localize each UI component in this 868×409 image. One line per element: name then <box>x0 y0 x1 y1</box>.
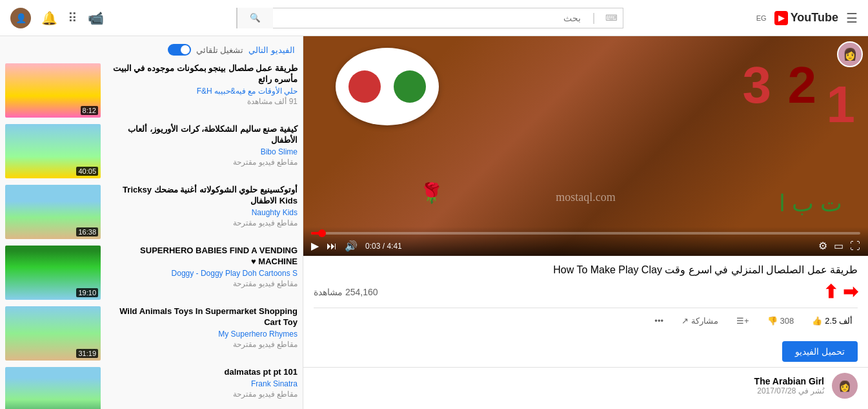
controls-left: ▶ ⏭ 🔊 0:03 / 4:41 <box>311 240 402 252</box>
thumb-wrap: 8:12 <box>5 63 101 118</box>
channel-info: 👩 The Arabian Girl نُشر في 2017/07/28 <box>303 367 868 404</box>
like-count: 2.5 ألف <box>825 316 853 326</box>
item-meta: مقاطع فيديو مقترحة <box>106 279 298 288</box>
duration-badge: 40:05 <box>76 167 98 176</box>
total-time: 4:41 <box>387 242 401 251</box>
video-upload-icon[interactable]: 📹 <box>88 10 104 26</box>
settings-button[interactable]: ⚙ <box>818 240 827 252</box>
sidebar-item[interactable]: 8:12 طريقة عمل صلصال بينجو بمكونات موجود… <box>0 61 303 120</box>
video-controls: ▶ ⏭ 🔊 0:03 / 4:41 ⚙ ▭ ⛶ <box>303 227 868 256</box>
theater-button[interactable]: ▭ <box>834 240 843 252</box>
item-info: SUPERHERO BABIES FIND A VENDING MACHINE … <box>106 246 298 288</box>
item-meta: مقاطع فيديو مقترحة <box>106 340 298 349</box>
autoplay-toggle[interactable] <box>168 44 191 56</box>
search-container: 🔍 | ⌨ <box>236 8 623 28</box>
current-time: 0:03 <box>365 242 380 251</box>
volume-button[interactable]: 🔊 <box>345 240 358 252</box>
item-info: dalmatas pt pt 101 Frank Sinatra مقاطع ف… <box>106 367 298 399</box>
fullscreen-button[interactable]: ⛶ <box>850 240 860 252</box>
notification-icon[interactable]: 🔔 <box>41 10 57 26</box>
item-channel[interactable]: Naughty Kids <box>106 208 298 217</box>
controls-row: ▶ ⏭ 🔊 0:03 / 4:41 ⚙ ▭ ⛶ <box>311 240 860 252</box>
country-badge: EG <box>756 14 767 22</box>
item-channel[interactable]: حلي الأوقات مع فيه&حبيبه F&H <box>106 87 298 96</box>
time-display: 0:03 / 4:41 <box>365 242 402 251</box>
skip-button[interactable]: ⏭ <box>327 240 337 252</box>
controls-right: ⚙ ▭ ⛶ <box>818 240 860 252</box>
item-channel[interactable]: My Superhero Rhymes <box>106 330 298 339</box>
video-player[interactable]: 3 2 1 ت ب ا 🌹 👩 mostaql.com <box>303 36 868 256</box>
duration-badge: 16:38 <box>76 227 98 236</box>
thumbnail: 1:16:30 <box>5 367 101 409</box>
item-title: Wild Animals Toys In Supermarket Shoppin… <box>106 306 298 328</box>
search-button[interactable]: 🔍 <box>237 8 273 28</box>
video-stats-row: ➡ ➡ 254,160 مشاهدة <box>314 281 858 302</box>
right-arrow-icon: ➡ <box>843 281 858 302</box>
like-button[interactable]: 👍 2.5 ألف <box>807 313 858 328</box>
action-bar: ••• ↗ مشاركة ☰+ 👎 308 👍 2.5 ألف <box>314 308 858 328</box>
autoplay-bar: تشغيل تلقائي الفيديو التالي <box>0 41 303 61</box>
yt-icon: ▶ <box>774 11 788 25</box>
item-meta: مقاطع فيديو مقترحة <box>106 158 298 167</box>
item-channel[interactable]: Frank Sinatra <box>106 379 298 388</box>
thumb-wrap: 1:16:30 <box>5 367 101 409</box>
youtube-logo: ▶ YouTube <box>774 11 838 25</box>
channel-avatar[interactable]: 👩 <box>832 373 858 399</box>
duration-badge: 31:19 <box>76 349 98 358</box>
number-3: 3 <box>743 56 772 115</box>
search-input[interactable] <box>273 13 587 23</box>
like-icon: 👍 <box>812 316 822 326</box>
progress-dot <box>318 229 326 237</box>
share-icon: ↗ <box>681 316 689 326</box>
header-left: 👤 🔔 ⠿ 📹 <box>10 8 104 28</box>
next-video-label[interactable]: الفيديو التالي <box>248 45 295 55</box>
play-button[interactable]: ▶ <box>311 240 319 252</box>
arabic-text: ت ب ا <box>779 190 842 217</box>
video-title: طريقة عمل الصلصال المنزلي في اسرع وقت Ho… <box>314 264 858 276</box>
below-video: طريقة عمل الصلصال المنزلي في اسرع وقت Ho… <box>303 256 868 336</box>
sidebar-item[interactable]: 1:16:30 dalmatas pt pt 101 Frank Sinatra… <box>0 364 303 409</box>
download-button[interactable]: تحميل الفيديو <box>782 341 858 362</box>
thumbnail: 31:19 <box>5 306 101 361</box>
item-meta: مقاطع فيديو مقترحة <box>106 218 298 227</box>
item-meta: 91 ألف مشاهدة <box>106 97 298 106</box>
item-info: Wild Animals Toys In Supermarket Shoppin… <box>106 306 298 349</box>
dislike-count: 308 <box>780 316 794 326</box>
progress-bar[interactable] <box>311 232 860 235</box>
channel-details: The Arabian Girl نُشر في 2017/07/28 <box>754 376 824 395</box>
thumbnail: 8:12 <box>5 63 101 118</box>
sidebar-item[interactable]: 40:05 كيفية صنع ساليم الشكلاطة، كرات الأ… <box>0 121 303 181</box>
duration-badge: 8:12 <box>81 106 98 115</box>
autoplay-label: تشغيل تلقائي <box>196 45 244 55</box>
channel-name[interactable]: The Arabian Girl <box>754 376 824 386</box>
item-title: أوتوكسينيع حلوي الشوكولاته أغنية مضحك Tr… <box>106 185 298 207</box>
add-to-playlist-button[interactable]: ☰+ <box>731 313 754 328</box>
item-info: أوتوكسينيع حلوي الشوكولاته أغنية مضحك Tr… <box>106 185 298 227</box>
thumbnail: 16:38 <box>5 185 101 239</box>
views-number: 254,160 <box>345 287 378 297</box>
more-button[interactable]: ••• <box>649 313 669 328</box>
item-title: SUPERHERO BABIES FIND A VENDING MACHINE … <box>106 246 298 267</box>
sidebar-item[interactable]: 16:38 أوتوكسينيع حلوي الشوكولاته أغنية م… <box>0 182 303 242</box>
item-meta: مقاطع فيديو مقترحة <box>106 390 298 399</box>
grid-icon[interactable]: ⠿ <box>68 10 77 26</box>
publish-prefix: نُشر في <box>798 386 824 395</box>
dislike-button[interactable]: 👎 308 <box>762 313 800 328</box>
sidebar-item[interactable]: 19:10 SUPERHERO BABIES FIND A VENDING MA… <box>0 243 303 302</box>
playlist-icon: ☰+ <box>736 316 749 326</box>
main-content: 3 2 1 ت ب ا 🌹 👩 mostaql.com <box>303 36 868 409</box>
item-channel[interactable]: Bibo Slime <box>106 147 298 156</box>
dislike-icon: 👎 <box>767 316 778 326</box>
number-2: 2 <box>788 56 817 115</box>
yt-text: YouTube <box>791 11 838 25</box>
avatar[interactable]: 👤 <box>10 8 31 28</box>
sidebar-item[interactable]: 31:19 Wild Animals Toys In Supermarket S… <box>0 304 303 363</box>
item-channel[interactable]: Doggy - Doggy Play Doh Cartoons S <box>106 269 298 278</box>
menu-icon[interactable]: ☰ <box>846 10 858 26</box>
share-button[interactable]: ↗ مشاركة <box>676 313 723 328</box>
sidebar: تشغيل تلقائي الفيديو التالي 8:12 طريقة ع… <box>0 36 303 409</box>
item-info: طريقة عمل صلصال بينجو بمكونات موجوده في … <box>106 63 298 106</box>
download-section: تحميل الفيديو <box>303 336 868 367</box>
item-info: كيفية صنع ساليم الشكلاطة، كرات الأوريوز،… <box>106 124 298 167</box>
views-count: 254,160 مشاهدة <box>314 287 378 297</box>
